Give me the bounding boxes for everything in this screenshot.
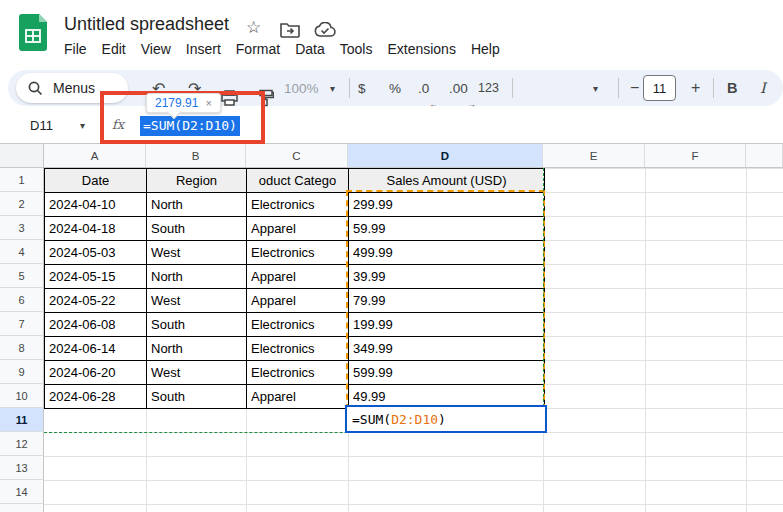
column-header-c[interactable]: C (246, 144, 348, 168)
table-cell[interactable]: Electronics (247, 313, 349, 337)
table-header-cell[interactable]: Sales Amount (USD) (349, 169, 545, 193)
font-select-caret-icon[interactable]: ▾ (593, 70, 598, 106)
table-cell[interactable]: 2024-05-22 (45, 289, 147, 313)
zoom-caret-icon: ▾ (330, 70, 335, 106)
menu-tools[interactable]: Tools (340, 41, 373, 57)
row-header-14[interactable]: 14 (0, 480, 44, 504)
menu-edit[interactable]: Edit (102, 41, 126, 57)
table-cell[interactable]: West (147, 241, 247, 265)
table-header-cell[interactable]: oduct Catego (247, 169, 349, 193)
decrease-decimal-button[interactable]: .0 ← (418, 70, 429, 106)
menu-extensions[interactable]: Extensions (387, 41, 455, 57)
bold-button[interactable]: B (727, 70, 737, 106)
data-table: DateRegionoduct CategoSales Amount (USD)… (44, 168, 545, 409)
search-icon (28, 81, 43, 96)
row-header-13[interactable]: 13 (0, 456, 44, 480)
column-header-f[interactable]: F (645, 144, 746, 168)
zoom-select[interactable]: 100% (284, 70, 319, 106)
format-percent-button[interactable]: % (389, 70, 401, 106)
row-header-11[interactable]: 11 (0, 408, 44, 432)
table-cell[interactable]: 2024-06-28 (45, 385, 147, 409)
table-cell[interactable]: 59.99 (349, 217, 545, 241)
formula-result-tooltip: 2179.91 × (146, 93, 221, 113)
table-cell[interactable]: 2024-06-14 (45, 337, 147, 361)
move-folder-icon[interactable] (280, 22, 300, 38)
row-header-12[interactable]: 12 (0, 432, 44, 456)
menu-file[interactable]: File (64, 41, 87, 57)
table-cell[interactable]: West (147, 289, 247, 313)
table-cell[interactable]: North (147, 337, 247, 361)
app-header: Untitled spreadsheet ☆ FileEditViewInser… (0, 0, 783, 68)
table-header-cell[interactable]: Date (45, 169, 147, 193)
column-header[interactable] (746, 144, 783, 168)
select-all-corner[interactable] (0, 144, 44, 168)
table-cell[interactable]: Electronics (247, 337, 349, 361)
decrease-font-size-button[interactable]: − (630, 70, 639, 106)
sheets-logo-icon[interactable] (19, 14, 47, 51)
table-cell[interactable]: 349.99 (349, 337, 545, 361)
row-header-6[interactable]: 6 (0, 288, 44, 312)
star-icon[interactable]: ☆ (246, 19, 261, 36)
table-cell[interactable]: 2024-05-15 (45, 265, 147, 289)
row-header-1[interactable]: 1 (0, 168, 44, 192)
table-cell[interactable]: 2024-04-10 (45, 193, 147, 217)
format-currency-button[interactable]: $ (358, 70, 366, 106)
name-box[interactable]: D11 ▾ (0, 108, 96, 143)
menu-data[interactable]: Data (295, 41, 325, 57)
table-cell[interactable]: 2024-06-20 (45, 361, 147, 385)
table-cell[interactable]: 499.99 (349, 241, 545, 265)
column-header-b[interactable]: B (146, 144, 246, 168)
italic-button[interactable]: I (760, 70, 766, 106)
cell-d11-editing[interactable]: =SUM(D2:D10) (345, 405, 547, 433)
table-cell[interactable]: 199.99 (349, 313, 545, 337)
menu-format[interactable]: Format (236, 41, 280, 57)
row-header-5[interactable]: 5 (0, 264, 44, 288)
column-header-d[interactable]: D (348, 144, 543, 168)
row-header-8[interactable]: 8 (0, 336, 44, 360)
row-header-2[interactable]: 2 (0, 192, 44, 216)
table-cell[interactable]: South (147, 217, 247, 241)
table-cell[interactable]: 2024-06-08 (45, 313, 147, 337)
spreadsheet-grid: ABCDEF 123456789101112131415 DateRegiono… (0, 144, 783, 512)
table-cell[interactable]: South (147, 313, 247, 337)
column-header-a[interactable]: A (44, 144, 146, 168)
table-suggestion-border-right (543, 168, 544, 432)
cloud-saved-icon[interactable] (314, 22, 336, 38)
table-cell[interactable]: Apparel (247, 385, 349, 409)
table-cell[interactable]: 299.99 (349, 193, 545, 217)
table-cell[interactable]: North (147, 265, 247, 289)
row-header-7[interactable]: 7 (0, 312, 44, 336)
increase-decimal-button[interactable]: .00 → (449, 70, 468, 106)
menu-view[interactable]: View (141, 41, 171, 57)
increase-font-size-button[interactable]: + (691, 70, 700, 106)
table-cell[interactable]: South (147, 385, 247, 409)
table-cell[interactable]: 39.99 (349, 265, 545, 289)
formula-pre: =SUM( (352, 412, 391, 427)
document-title[interactable]: Untitled spreadsheet (64, 14, 229, 35)
table-cell[interactable]: 2024-04-18 (45, 217, 147, 241)
row-header-4[interactable]: 4 (0, 240, 44, 264)
row-header-9[interactable]: 9 (0, 360, 44, 384)
table-header-cell[interactable]: Region (147, 169, 247, 193)
table-cell[interactable]: West (147, 361, 247, 385)
table-cell[interactable]: Apparel (247, 289, 349, 313)
table-cell[interactable]: North (147, 193, 247, 217)
table-cell[interactable]: Apparel (247, 265, 349, 289)
table-cell[interactable]: 79.99 (349, 289, 545, 313)
table-cell[interactable]: 599.99 (349, 361, 545, 385)
table-cell[interactable]: Apparel (247, 217, 349, 241)
table-cell[interactable]: 2024-05-03 (45, 241, 147, 265)
tooltip-close-icon[interactable]: × (205, 97, 211, 109)
more-formats-button[interactable]: 123 (478, 70, 499, 106)
table-cell[interactable]: Electronics (247, 241, 349, 265)
row-header-10[interactable]: 10 (0, 384, 44, 408)
row-header-15[interactable]: 15 (0, 504, 44, 512)
column-header-e[interactable]: E (543, 144, 645, 168)
table-cell[interactable]: Electronics (247, 193, 349, 217)
menu-help[interactable]: Help (471, 41, 500, 57)
toolbar-divider (618, 78, 619, 98)
table-cell[interactable]: Electronics (247, 361, 349, 385)
font-size-input[interactable]: 11 (643, 75, 676, 101)
row-header-3[interactable]: 3 (0, 216, 44, 240)
menu-insert[interactable]: Insert (186, 41, 221, 57)
